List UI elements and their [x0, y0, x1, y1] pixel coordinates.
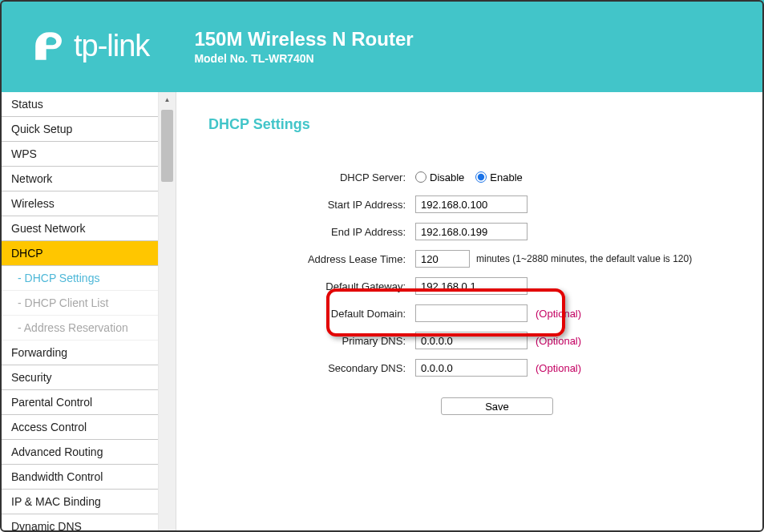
sidebar-item-dhcp-client-list[interactable]: - DHCP Client List	[0, 291, 158, 316]
sidebar-item-advanced-routing[interactable]: Advanced Routing	[0, 440, 158, 465]
sidebar-item-forwarding[interactable]: Forwarding	[0, 341, 158, 365]
router-model: Model No. TL-WR740N	[194, 52, 413, 65]
sidebar-item-address-reservation[interactable]: - Address Reservation	[0, 316, 158, 341]
header: tp-link 150M Wireless N Router Model No.…	[0, 0, 764, 92]
primary-dns-input[interactable]	[415, 332, 528, 349]
primary-dns-optional: (Optional)	[536, 335, 581, 347]
lease-time-hint: minutes (1~2880 minutes, the default val…	[476, 253, 692, 264]
sidebar-item-parental-control[interactable]: Parental Control	[0, 390, 158, 415]
dhcp-disable-radio[interactable]	[415, 171, 426, 183]
sidebar-item-wps[interactable]: WPS	[0, 142, 158, 167]
sidebar-item-network[interactable]: Network	[0, 167, 158, 191]
start-ip-label: Start IP Address:	[208, 199, 415, 211]
gateway-label: Default Gateway:	[208, 280, 415, 292]
gateway-input[interactable]	[415, 277, 528, 295]
secondary-dns-label: Secondary DNS:	[208, 362, 415, 374]
domain-input[interactable]	[415, 304, 528, 322]
dhcp-enable-radio[interactable]	[475, 171, 487, 183]
save-button[interactable]: Save	[441, 397, 553, 415]
start-ip-input[interactable]	[415, 195, 528, 213]
dhcp-server-label: DHCP Server:	[208, 171, 415, 183]
sidebar-item-wireless[interactable]: Wireless	[0, 191, 158, 216]
page-title: DHCP Settings	[208, 116, 740, 133]
lease-time-input[interactable]	[415, 250, 470, 268]
brand-text: tp-link	[74, 29, 149, 63]
secondary-dns-optional: (Optional)	[536, 362, 581, 374]
logo: tp-link	[32, 29, 149, 63]
sidebar-item-access-control[interactable]: Access Control	[0, 415, 158, 440]
domain-label: Default Domain:	[208, 308, 415, 320]
sidebar-item-status[interactable]: Status	[0, 92, 158, 117]
primary-dns-label: Primary DNS:	[208, 335, 415, 347]
dhcp-disable-option[interactable]: Disable	[415, 171, 464, 183]
sidebar-item-ip-mac-binding[interactable]: IP & MAC Binding	[0, 490, 158, 514]
content: DHCP Settings DHCP Server: Disable Enabl…	[176, 92, 764, 532]
secondary-dns-input[interactable]	[415, 359, 528, 377]
tplink-logo-icon	[32, 30, 66, 63]
sidebar-item-security[interactable]: Security	[0, 365, 158, 390]
dhcp-enable-option[interactable]: Enable	[475, 171, 522, 183]
dhcp-server-radio-group: Disable Enable	[415, 171, 523, 183]
header-title: 150M Wireless N Router Model No. TL-WR74…	[194, 28, 413, 65]
sidebar-item-dhcp-settings[interactable]: - DHCP Settings	[0, 266, 158, 291]
sidebar-item-quick-setup[interactable]: Quick Setup	[0, 117, 158, 142]
enable-label: Enable	[490, 171, 522, 183]
end-ip-input[interactable]	[415, 223, 528, 240]
sidebar-item-dynamic-dns[interactable]: Dynamic DNS	[0, 514, 158, 532]
sidebar-item-dhcp[interactable]: DHCP	[0, 241, 158, 266]
lease-time-label: Address Lease Time:	[208, 253, 415, 265]
sidebar-item-guest-network[interactable]: Guest Network	[0, 216, 158, 241]
scrollbar[interactable]: ▲	[159, 92, 176, 532]
disable-label: Disable	[430, 171, 464, 183]
sidebar-item-bandwidth-control[interactable]: Bandwidth Control	[0, 465, 158, 490]
scroll-thumb[interactable]	[161, 110, 173, 182]
domain-optional: (Optional)	[536, 308, 581, 320]
end-ip-label: End IP Address:	[208, 226, 415, 238]
scroll-up-icon[interactable]: ▲	[159, 92, 176, 107]
sidebar: StatusQuick SetupWPSNetworkWirelessGuest…	[0, 92, 159, 532]
router-title: 150M Wireless N Router	[194, 28, 413, 50]
